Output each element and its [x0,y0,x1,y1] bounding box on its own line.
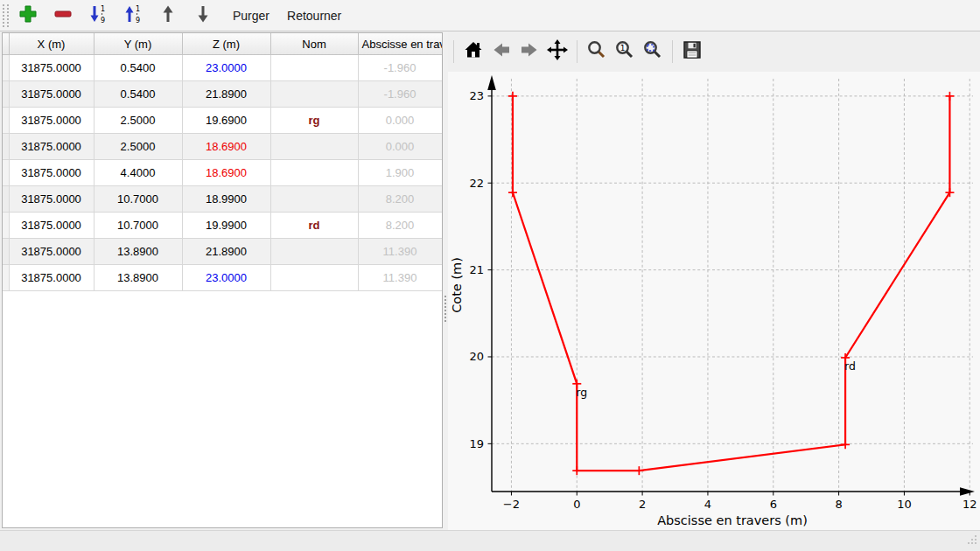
cell-x[interactable]: 31875.0000 [9,134,94,160]
cell-nom[interactable] [270,55,358,81]
cell-z[interactable]: 23.0000 [182,55,270,81]
plot-canvas[interactable]: −20246810121920212223Abscisse en travers… [448,72,980,530]
move-down-button[interactable] [189,3,217,29]
cell-abscisse[interactable]: 8.200 [358,213,442,239]
plot-toolbar: 1 [448,31,980,72]
back-icon [491,39,512,64]
resize-grip-icon[interactable] [966,533,977,548]
sort-descending-button[interactable]: 1 9 [119,3,147,29]
cell-abscisse[interactable]: -1.960 [358,55,442,81]
cell-nom[interactable] [270,160,358,186]
cell-y[interactable]: 13.8900 [94,239,182,265]
x-tick-label: −2 [503,498,520,511]
cell-x[interactable]: 31875.0000 [9,239,94,265]
cell-abscisse[interactable]: 11.390 [358,265,442,291]
zoom-button[interactable] [584,37,610,66]
x-tick-label: 12 [962,498,977,511]
cell-y[interactable]: 0.5400 [94,81,182,108]
cell-abscisse[interactable]: 1.900 [358,160,442,186]
cell-y[interactable]: 2.5000 [94,134,182,160]
x-axis-label: Abscisse en travers (m) [657,513,808,527]
move-up-icon [159,4,177,27]
row-header[interactable] [3,134,9,160]
column-header-abscisse[interactable]: Abscisse en travers [358,33,442,55]
cell-z[interactable]: 18.6900 [182,134,270,160]
cell-y[interactable]: 0.5400 [94,55,182,81]
reverse-button[interactable]: Retourner [278,5,350,26]
purge-button[interactable]: Purger [224,5,278,26]
pan-button[interactable] [544,37,570,66]
cell-nom[interactable] [270,239,358,265]
forward-button[interactable] [516,37,542,66]
point-annotation: rd [844,359,856,373]
row-header[interactable] [3,265,9,291]
y-tick-label: 23 [469,89,484,102]
column-header-y[interactable]: Y (m) [94,33,182,55]
zoom-icon [586,39,607,64]
row-header[interactable] [3,213,9,239]
back-button[interactable] [488,37,514,66]
delete-row-button[interactable] [49,3,77,29]
cell-z[interactable]: 18.6900 [182,160,270,186]
column-header-x[interactable]: X (m) [9,33,94,55]
cell-x[interactable]: 31875.0000 [9,265,94,291]
profile-line [513,96,949,471]
cell-abscisse[interactable]: 8.200 [358,186,442,213]
cell-x[interactable]: 31875.0000 [9,108,94,134]
add-row-button[interactable] [14,3,42,29]
cell-y[interactable]: 13.8900 [94,265,182,291]
zoom-region-button[interactable] [640,37,666,66]
cell-x[interactable]: 31875.0000 [9,186,94,213]
svg-text:9: 9 [136,17,140,24]
cell-z[interactable]: 18.9900 [182,186,270,213]
column-header-z[interactable]: Z (m) [182,33,270,55]
cell-nom[interactable]: rg [270,108,358,134]
cell-z[interactable]: 21.8900 [182,81,270,108]
cell-nom[interactable] [270,81,358,108]
row-header[interactable] [3,186,9,213]
cell-x[interactable]: 31875.0000 [9,213,94,239]
home-button[interactable] [460,37,486,66]
zoom-original-button[interactable]: 1 [612,37,638,66]
cell-z[interactable]: 23.0000 [182,265,270,291]
y-axis-label: Cote (m) [450,257,464,313]
x-tick-label: 4 [704,498,711,511]
cell-y[interactable]: 10.7000 [94,186,182,213]
column-header-nom[interactable]: Nom [270,33,358,55]
table-row: 31875.000010.700018.99008.200 [3,186,442,213]
row-header[interactable] [3,81,9,108]
cell-x[interactable]: 31875.0000 [9,81,94,108]
row-header[interactable] [3,55,9,81]
cell-nom[interactable]: rd [270,213,358,239]
table-row: 31875.00000.540021.8900-1.960 [3,81,442,108]
svg-text:1: 1 [136,5,140,13]
cell-abscisse[interactable]: 11.390 [358,239,442,265]
cell-y[interactable]: 4.4000 [94,160,182,186]
cross-section-plot[interactable]: −20246810121920212223Abscisse en travers… [448,72,980,530]
x-tick-label: 2 [639,498,646,511]
cell-y[interactable]: 10.7000 [94,213,182,239]
cell-z[interactable]: 21.8900 [182,239,270,265]
cell-nom[interactable] [270,134,358,160]
cell-z[interactable]: 19.9900 [182,213,270,239]
cell-abscisse[interactable]: -1.960 [358,81,442,108]
cell-nom[interactable] [270,186,358,213]
pan-icon [546,38,569,65]
cell-y[interactable]: 2.5000 [94,108,182,134]
y-tick-label: 22 [469,177,484,190]
cell-z[interactable]: 19.6900 [182,108,270,134]
cell-abscisse[interactable]: 0.000 [358,134,442,160]
cell-nom[interactable] [270,265,358,291]
row-header[interactable] [3,160,9,186]
sort-ascending-button[interactable]: 1 9 [84,3,112,29]
cell-x[interactable]: 31875.0000 [9,55,94,81]
toolbar-drag-handle[interactable] [3,4,9,27]
cell-abscisse[interactable]: 0.000 [358,108,442,134]
row-header[interactable] [3,239,9,265]
table-row: 31875.00004.400018.69001.900 [3,160,442,186]
save-button[interactable] [679,37,705,66]
row-header[interactable] [3,108,9,134]
move-up-button[interactable] [154,3,182,29]
cell-x[interactable]: 31875.0000 [9,160,94,186]
plot-panel: 1 [448,31,980,530]
